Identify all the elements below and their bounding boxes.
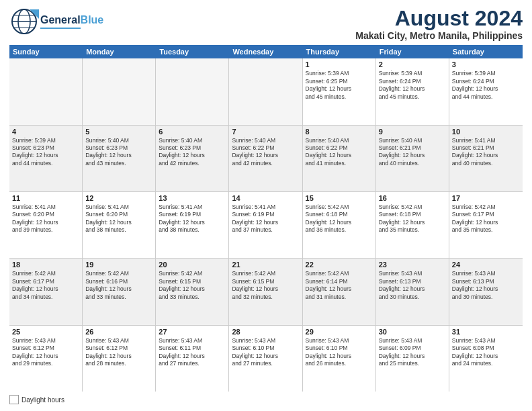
logo-underline bbox=[40, 28, 81, 29]
calendar-cell: 9Sunrise: 5:40 AM Sunset: 6:21 PM Daylig… bbox=[376, 126, 449, 191]
day-info: Sunrise: 5:43 AM Sunset: 6:10 PM Dayligh… bbox=[306, 337, 373, 368]
calendar-cell: 19Sunrise: 5:42 AM Sunset: 6:16 PM Dayli… bbox=[83, 259, 156, 324]
day-info: Sunrise: 5:39 AM Sunset: 6:25 PM Dayligh… bbox=[306, 70, 373, 101]
calendar-week-5: 25Sunrise: 5:43 AM Sunset: 6:12 PM Dayli… bbox=[9, 326, 523, 392]
calendar-cell: 21Sunrise: 5:42 AM Sunset: 6:15 PM Dayli… bbox=[229, 259, 302, 324]
day-number: 20 bbox=[159, 261, 226, 269]
day-number: 26 bbox=[85, 328, 152, 336]
day-info: Sunrise: 5:43 AM Sunset: 6:13 PM Dayligh… bbox=[452, 270, 520, 301]
day-info: Sunrise: 5:39 AM Sunset: 6:24 PM Dayligh… bbox=[379, 70, 446, 101]
day-info: Sunrise: 5:43 AM Sunset: 6:08 PM Dayligh… bbox=[452, 337, 520, 368]
day-number: 13 bbox=[159, 194, 226, 202]
day-number: 6 bbox=[159, 128, 226, 136]
calendar-cell: 12Sunrise: 5:41 AM Sunset: 6:20 PM Dayli… bbox=[83, 192, 156, 258]
calendar-cell: 24Sunrise: 5:43 AM Sunset: 6:13 PM Dayli… bbox=[449, 259, 523, 324]
day-number: 10 bbox=[452, 128, 520, 136]
header-day-monday: Monday bbox=[83, 45, 156, 58]
day-info: Sunrise: 5:42 AM Sunset: 6:17 PM Dayligh… bbox=[452, 203, 520, 234]
calendar-cell: 6Sunrise: 5:40 AM Sunset: 6:23 PM Daylig… bbox=[156, 126, 229, 191]
day-info: Sunrise: 5:42 AM Sunset: 6:14 PM Dayligh… bbox=[306, 270, 373, 301]
day-number: 22 bbox=[306, 261, 373, 269]
title-block: August 2024 Makati City, Metro Manila, P… bbox=[355, 7, 523, 41]
calendar-cell: 4Sunrise: 5:39 AM Sunset: 6:23 PM Daylig… bbox=[9, 126, 83, 191]
footer: Daylight hours bbox=[9, 395, 523, 404]
calendar-cell: 8Sunrise: 5:40 AM Sunset: 6:22 PM Daylig… bbox=[303, 126, 376, 191]
header: GeneralBlue August 2024 Makati City, Met… bbox=[9, 7, 523, 41]
logo-blue: Blue bbox=[81, 14, 104, 26]
calendar-cell: 11Sunrise: 5:41 AM Sunset: 6:20 PM Dayli… bbox=[9, 192, 83, 258]
calendar-cell: 27Sunrise: 5:43 AM Sunset: 6:11 PM Dayli… bbox=[156, 326, 229, 392]
day-number: 16 bbox=[379, 194, 446, 202]
day-info: Sunrise: 5:41 AM Sunset: 6:21 PM Dayligh… bbox=[452, 137, 520, 168]
day-number: 18 bbox=[12, 261, 79, 269]
calendar-cell: 3Sunrise: 5:39 AM Sunset: 6:24 PM Daylig… bbox=[449, 58, 523, 124]
day-info: Sunrise: 5:43 AM Sunset: 6:12 PM Dayligh… bbox=[85, 337, 152, 368]
day-info: Sunrise: 5:40 AM Sunset: 6:21 PM Dayligh… bbox=[379, 137, 446, 168]
calendar-cell: 18Sunrise: 5:42 AM Sunset: 6:17 PM Dayli… bbox=[9, 259, 83, 324]
calendar-cell: 29Sunrise: 5:43 AM Sunset: 6:10 PM Dayli… bbox=[303, 326, 376, 392]
logo-icon bbox=[9, 7, 39, 36]
day-number: 23 bbox=[379, 261, 446, 269]
day-info: Sunrise: 5:41 AM Sunset: 6:20 PM Dayligh… bbox=[12, 203, 79, 234]
day-info: Sunrise: 5:41 AM Sunset: 6:20 PM Dayligh… bbox=[85, 203, 152, 234]
day-info: Sunrise: 5:42 AM Sunset: 6:16 PM Dayligh… bbox=[85, 270, 152, 301]
main-title: August 2024 bbox=[355, 7, 523, 30]
day-number: 25 bbox=[12, 328, 79, 336]
calendar-cell: 31Sunrise: 5:43 AM Sunset: 6:08 PM Dayli… bbox=[449, 326, 523, 392]
calendar-header: SundayMondayTuesdayWednesdayThursdayFrid… bbox=[9, 45, 523, 58]
day-number: 8 bbox=[306, 128, 373, 136]
day-info: Sunrise: 5:42 AM Sunset: 6:17 PM Dayligh… bbox=[12, 270, 79, 301]
day-info: Sunrise: 5:40 AM Sunset: 6:22 PM Dayligh… bbox=[232, 137, 299, 168]
day-info: Sunrise: 5:40 AM Sunset: 6:23 PM Dayligh… bbox=[85, 137, 152, 168]
calendar-cell: 30Sunrise: 5:43 AM Sunset: 6:09 PM Dayli… bbox=[376, 326, 449, 392]
calendar-week-1: 1Sunrise: 5:39 AM Sunset: 6:25 PM Daylig… bbox=[9, 58, 523, 125]
calendar-cell: 25Sunrise: 5:43 AM Sunset: 6:12 PM Dayli… bbox=[9, 326, 83, 392]
calendar-cell: 22Sunrise: 5:42 AM Sunset: 6:14 PM Dayli… bbox=[303, 259, 376, 324]
calendar-cell: 13Sunrise: 5:41 AM Sunset: 6:19 PM Dayli… bbox=[156, 192, 229, 258]
day-number: 29 bbox=[306, 328, 373, 336]
day-info: Sunrise: 5:43 AM Sunset: 6:09 PM Dayligh… bbox=[379, 337, 446, 368]
day-info: Sunrise: 5:40 AM Sunset: 6:23 PM Dayligh… bbox=[159, 137, 226, 168]
day-info: Sunrise: 5:43 AM Sunset: 6:13 PM Dayligh… bbox=[379, 270, 446, 301]
day-number: 30 bbox=[379, 328, 446, 336]
day-info: Sunrise: 5:41 AM Sunset: 6:19 PM Dayligh… bbox=[232, 203, 299, 234]
day-number: 21 bbox=[232, 261, 299, 269]
calendar-cell bbox=[9, 58, 83, 124]
calendar-cell: 2Sunrise: 5:39 AM Sunset: 6:24 PM Daylig… bbox=[376, 58, 449, 124]
calendar-cell: 1Sunrise: 5:39 AM Sunset: 6:25 PM Daylig… bbox=[303, 58, 376, 124]
calendar-body: 1Sunrise: 5:39 AM Sunset: 6:25 PM Daylig… bbox=[9, 58, 523, 392]
header-day-wednesday: Wednesday bbox=[229, 45, 302, 58]
day-info: Sunrise: 5:39 AM Sunset: 6:24 PM Dayligh… bbox=[452, 70, 520, 101]
day-info: Sunrise: 5:42 AM Sunset: 6:15 PM Dayligh… bbox=[232, 270, 299, 301]
day-number: 17 bbox=[452, 194, 520, 202]
legend-label: Daylight hours bbox=[21, 396, 64, 404]
day-number: 7 bbox=[232, 128, 299, 136]
calendar-cell: 28Sunrise: 5:43 AM Sunset: 6:10 PM Dayli… bbox=[229, 326, 302, 392]
calendar-cell: 23Sunrise: 5:43 AM Sunset: 6:13 PM Dayli… bbox=[376, 259, 449, 324]
day-info: Sunrise: 5:42 AM Sunset: 6:18 PM Dayligh… bbox=[379, 203, 446, 234]
day-number: 15 bbox=[306, 194, 373, 202]
day-info: Sunrise: 5:42 AM Sunset: 6:18 PM Dayligh… bbox=[306, 203, 373, 234]
day-number: 2 bbox=[379, 60, 446, 68]
calendar-cell: 14Sunrise: 5:41 AM Sunset: 6:19 PM Dayli… bbox=[229, 192, 302, 258]
page: GeneralBlue August 2024 Makati City, Met… bbox=[0, 0, 532, 411]
day-number: 12 bbox=[85, 194, 152, 202]
day-number: 19 bbox=[85, 261, 152, 269]
calendar-cell bbox=[83, 58, 156, 124]
header-day-friday: Friday bbox=[376, 45, 449, 58]
day-number: 27 bbox=[159, 328, 226, 336]
subtitle: Makati City, Metro Manila, Philippines bbox=[355, 30, 523, 41]
day-info: Sunrise: 5:41 AM Sunset: 6:19 PM Dayligh… bbox=[159, 203, 226, 234]
day-number: 31 bbox=[452, 328, 520, 336]
header-day-tuesday: Tuesday bbox=[156, 45, 229, 58]
header-day-thursday: Thursday bbox=[303, 45, 376, 58]
day-info: Sunrise: 5:43 AM Sunset: 6:10 PM Dayligh… bbox=[232, 337, 299, 368]
calendar-week-2: 4Sunrise: 5:39 AM Sunset: 6:23 PM Daylig… bbox=[9, 126, 523, 192]
day-info: Sunrise: 5:39 AM Sunset: 6:23 PM Dayligh… bbox=[12, 137, 79, 168]
day-number: 11 bbox=[12, 194, 79, 202]
day-info: Sunrise: 5:42 AM Sunset: 6:15 PM Dayligh… bbox=[159, 270, 226, 301]
calendar-week-3: 11Sunrise: 5:41 AM Sunset: 6:20 PM Dayli… bbox=[9, 192, 523, 259]
calendar-cell: 10Sunrise: 5:41 AM Sunset: 6:21 PM Dayli… bbox=[449, 126, 523, 191]
legend-box bbox=[9, 395, 19, 404]
calendar-cell: 16Sunrise: 5:42 AM Sunset: 6:18 PM Dayli… bbox=[376, 192, 449, 258]
